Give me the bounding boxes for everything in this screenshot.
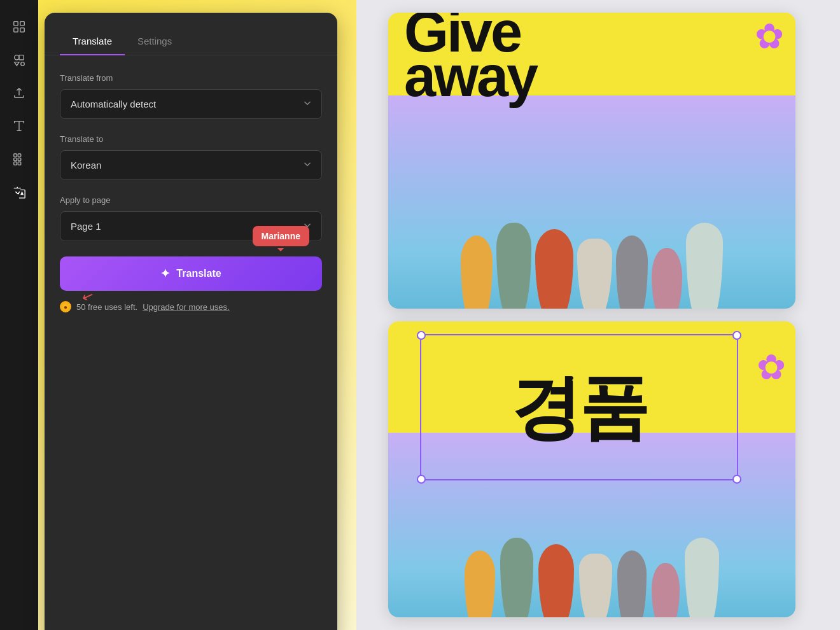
- flower-decoration-2: ✿: [757, 347, 786, 388]
- apply-to-page-label: Apply to page: [60, 195, 322, 205]
- svg-rect-8: [18, 154, 21, 157]
- vases-row-2: [388, 500, 795, 617]
- tab-translate[interactable]: Translate: [60, 28, 125, 55]
- panel-tabs: Translate Settings: [45, 13, 337, 55]
- design-card-2[interactable]: 경품 ✿: [388, 321, 795, 617]
- vase2-2: [500, 538, 533, 617]
- svg-rect-5: [19, 55, 24, 60]
- translate-tool-icon[interactable]: [5, 178, 33, 206]
- translate-button-icon: ✦: [160, 267, 170, 281]
- svg-point-4: [15, 55, 19, 60]
- grid-layout-icon[interactable]: [5, 13, 33, 41]
- vase-2: [496, 223, 531, 309]
- selection-box: 경품: [420, 334, 738, 480]
- translate-to-label: Translate to: [60, 134, 322, 144]
- vase-6: [652, 248, 682, 309]
- handle-bottom-left[interactable]: [417, 475, 426, 484]
- handle-bottom-right[interactable]: [732, 475, 741, 484]
- translate-button-label: Translate: [176, 268, 221, 279]
- apps-icon[interactable]: [5, 145, 33, 173]
- vase2-7: [685, 538, 719, 617]
- vase2-4: [579, 554, 612, 617]
- svg-rect-2: [14, 28, 18, 32]
- vase-7: [686, 223, 723, 309]
- giveaway-line2: away: [404, 48, 536, 105]
- translate-to-select-wrapper: Korean English Spanish French Japanese: [60, 150, 322, 180]
- vase2-3: [538, 544, 574, 617]
- free-uses-row: ● 50 free uses left. Upgrade for more us…: [60, 301, 322, 312]
- handle-top-right[interactable]: [732, 331, 741, 340]
- svg-rect-14: [18, 162, 21, 165]
- vase-4: [577, 239, 612, 309]
- translate-button[interactable]: ✦ Translate: [60, 256, 322, 291]
- translate-panel: Translate Settings Translate from Automa…: [45, 13, 337, 630]
- translate-from-label: Translate from: [60, 73, 322, 83]
- svg-rect-13: [14, 162, 17, 165]
- svg-rect-1: [20, 22, 24, 25]
- text-icon[interactable]: [5, 112, 33, 140]
- svg-point-6: [21, 62, 25, 66]
- flower-decoration-1: ✿: [755, 16, 784, 57]
- handle-top-left[interactable]: [417, 331, 426, 340]
- translate-to-select[interactable]: Korean English Spanish French Japanese: [60, 150, 322, 180]
- svg-rect-11: [18, 158, 21, 161]
- sidebar: [0, 0, 38, 630]
- canvas-area: Give ✿ away: [344, 0, 840, 630]
- svg-rect-7: [14, 154, 17, 157]
- svg-rect-10: [14, 158, 17, 161]
- vase-3: [535, 229, 573, 309]
- design-card-1[interactable]: Give ✿ away: [388, 13, 795, 309]
- marianne-tooltip: Marianne: [253, 226, 309, 246]
- korean-text: 경품: [511, 372, 647, 442]
- translate-from-select-wrapper: Automatically detect English Spanish Fre…: [60, 89, 322, 119]
- svg-rect-0: [14, 22, 18, 25]
- upload-icon[interactable]: [5, 79, 33, 107]
- vase2-6: [652, 563, 680, 617]
- svg-rect-3: [20, 28, 24, 32]
- vase2-5: [617, 550, 647, 617]
- vase-5: [616, 235, 648, 309]
- elements-icon[interactable]: [5, 46, 33, 74]
- vase2-1: [465, 550, 495, 617]
- translate-from-select[interactable]: Automatically detect English Spanish Fre…: [60, 89, 322, 119]
- panel-content: Translate from Automatically detect Engl…: [45, 55, 337, 330]
- vase-1: [461, 235, 493, 309]
- tab-settings[interactable]: Settings: [125, 28, 185, 55]
- coin-icon: ●: [60, 301, 71, 312]
- upgrade-link[interactable]: Upgrade for more uses.: [143, 302, 230, 312]
